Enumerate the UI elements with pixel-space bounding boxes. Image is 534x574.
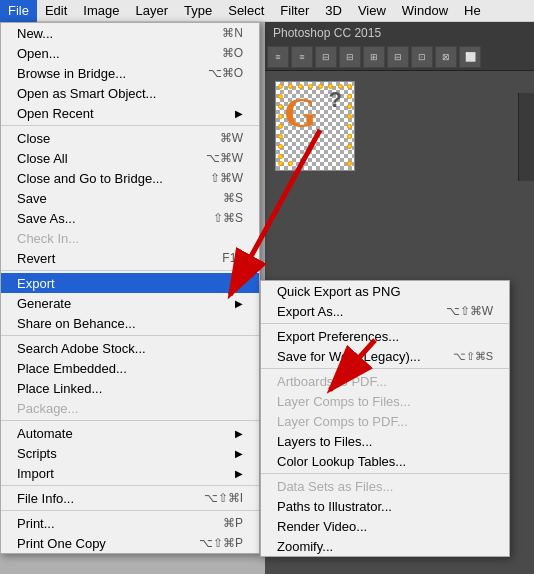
- toolbar-btn-3[interactable]: ⊟: [315, 46, 337, 68]
- menu-item-artboardspdf[interactable]: Artboards to PDF...: [261, 371, 509, 391]
- submenu-arrow: ▶: [235, 448, 243, 459]
- menu-item-printone[interactable]: Print One Copy ⌥⇧⌘P: [1, 533, 259, 553]
- menu-item-automate[interactable]: Automate ▶: [1, 423, 259, 443]
- menu-filter[interactable]: Filter: [272, 0, 317, 22]
- menu-type[interactable]: Type: [176, 0, 220, 22]
- selection-dot: [278, 104, 283, 109]
- toolbar-btn-2[interactable]: ≡: [291, 46, 313, 68]
- menu-3d[interactable]: 3D: [317, 0, 350, 22]
- menu-item-smart[interactable]: Open as Smart Object...: [1, 83, 259, 103]
- separator: [261, 368, 509, 369]
- menu-item-placelinked[interactable]: Place Linked...: [1, 378, 259, 398]
- ps-toolbar: ≡ ≡ ⊟ ⊟ ⊞ ⊟ ⊡ ⊠ ⬜: [265, 44, 534, 71]
- ps-canvas-area: G ?: [265, 71, 534, 181]
- separator: [1, 485, 259, 486]
- selection-dot: [347, 124, 352, 129]
- toolbar-btn-5[interactable]: ⊞: [363, 46, 385, 68]
- menu-item-closeall[interactable]: Close All ⌥⌘W: [1, 148, 259, 168]
- menu-item-layerstofiles[interactable]: Layers to Files...: [261, 431, 509, 451]
- separator: [1, 420, 259, 421]
- menu-item-print[interactable]: Print... ⌘P: [1, 513, 259, 533]
- toolbar-btn-8[interactable]: ⊠: [435, 46, 457, 68]
- menu-item-browse[interactable]: Browse in Bridge... ⌥⌘O: [1, 63, 259, 83]
- selection-dot: [318, 84, 323, 89]
- menu-item-exportas[interactable]: Export As... ⌥⇧⌘W: [261, 301, 509, 321]
- menu-bar: File Edit Image Layer Type Select Filter…: [0, 0, 534, 22]
- separator: [261, 473, 509, 474]
- toolbar-btn-6[interactable]: ⊟: [387, 46, 409, 68]
- menu-item-close[interactable]: Close ⌘W: [1, 128, 259, 148]
- separator: [261, 323, 509, 324]
- menu-item-generate[interactable]: Generate ▶: [1, 293, 259, 313]
- menu-item-layercompspdf[interactable]: Layer Comps to PDF...: [261, 411, 509, 431]
- ps-right-panel: [518, 93, 534, 181]
- selection-dot: [347, 84, 352, 89]
- menu-select[interactable]: Select: [220, 0, 272, 22]
- selection-dot: [347, 94, 352, 99]
- selection-dot: [278, 94, 283, 99]
- menu-item-rendervideo[interactable]: Render Video...: [261, 516, 509, 536]
- menu-item-saveas[interactable]: Save As... ⇧⌘S: [1, 208, 259, 228]
- toolbar-btn-4[interactable]: ⊟: [339, 46, 361, 68]
- menu-item-searchstock[interactable]: Search Adobe Stock...: [1, 338, 259, 358]
- menu-item-scripts[interactable]: Scripts ▶: [1, 443, 259, 463]
- menu-item-recent[interactable]: Open Recent ▶: [1, 103, 259, 123]
- menu-item-fileinfo[interactable]: File Info... ⌥⇧⌘I: [1, 488, 259, 508]
- menu-item-import[interactable]: Import ▶: [1, 463, 259, 483]
- selection-dot: [308, 84, 313, 89]
- menu-image[interactable]: Image: [75, 0, 127, 22]
- selection-dot: [278, 114, 283, 119]
- menu-item-checkin[interactable]: Check In...: [1, 228, 259, 248]
- menu-item-saveweb[interactable]: Save for Web (Legacy)... ⌥⇧⌘S: [261, 346, 509, 366]
- menu-item-paths[interactable]: Paths to Illustrator...: [261, 496, 509, 516]
- menu-window[interactable]: Window: [394, 0, 456, 22]
- separator: [1, 335, 259, 336]
- submenu-arrow: ▶: [235, 278, 243, 289]
- submenu-arrow: ▶: [235, 468, 243, 479]
- selection-dot: [347, 134, 352, 139]
- selection-dot: [278, 84, 283, 89]
- selection-dot: [347, 104, 352, 109]
- menu-item-share[interactable]: Share on Behance...: [1, 313, 259, 333]
- menu-item-exportprefs[interactable]: Export Preferences...: [261, 326, 509, 346]
- submenu-arrow: ▶: [235, 108, 243, 119]
- menu-item-export[interactable]: Export ▶: [1, 273, 259, 293]
- menu-item-closebridge[interactable]: Close and Go to Bridge... ⇧⌘W: [1, 168, 259, 188]
- selection-dot: [347, 144, 352, 149]
- toolbar-btn-1[interactable]: ≡: [267, 46, 289, 68]
- menu-item-quickexport[interactable]: Quick Export as PNG: [261, 281, 509, 301]
- menu-edit[interactable]: Edit: [37, 0, 75, 22]
- menu-item-colorlookup[interactable]: Color Lookup Tables...: [261, 451, 509, 471]
- selection-dot: [278, 161, 283, 166]
- file-dropdown: New... ⌘N Open... ⌘O Browse in Bridge...…: [0, 22, 260, 554]
- menu-item-datasets[interactable]: Data Sets as Files...: [261, 476, 509, 496]
- toolbar-btn-9[interactable]: ⬜: [459, 46, 481, 68]
- canvas-checkerboard: G ?: [276, 82, 354, 170]
- selection-dot: [338, 84, 343, 89]
- menu-item-layercompsfiles[interactable]: Layer Comps to Files...: [261, 391, 509, 411]
- menu-view[interactable]: View: [350, 0, 394, 22]
- menu-file[interactable]: File: [0, 0, 37, 22]
- selection-dot: [298, 84, 303, 89]
- menu-layer[interactable]: Layer: [128, 0, 177, 22]
- canvas-thumbnail: G ?: [275, 81, 355, 171]
- ps-title-bar: Photoshop CC 2015: [265, 22, 534, 44]
- menu-item-revert[interactable]: Revert F12: [1, 248, 259, 268]
- selection-dot: [328, 84, 333, 89]
- menu-item-placeembedded[interactable]: Place Embedded...: [1, 358, 259, 378]
- menu-help[interactable]: He: [456, 0, 489, 22]
- separator: [1, 510, 259, 511]
- submenu-arrow: ▶: [235, 428, 243, 439]
- menu-item-open[interactable]: Open... ⌘O: [1, 43, 259, 63]
- selection-dot: [278, 144, 283, 149]
- toolbar-btn-7[interactable]: ⊡: [411, 46, 433, 68]
- menu-item-package[interactable]: Package...: [1, 398, 259, 418]
- menu-item-zoomify[interactable]: Zoomify...: [261, 536, 509, 556]
- separator: [1, 125, 259, 126]
- selection-dot: [288, 84, 293, 89]
- menu-item-new[interactable]: New... ⌘N: [1, 23, 259, 43]
- submenu-arrow: ▶: [235, 298, 243, 309]
- selection-dot: [347, 161, 352, 166]
- selection-dot: [278, 124, 283, 129]
- menu-item-save[interactable]: Save ⌘S: [1, 188, 259, 208]
